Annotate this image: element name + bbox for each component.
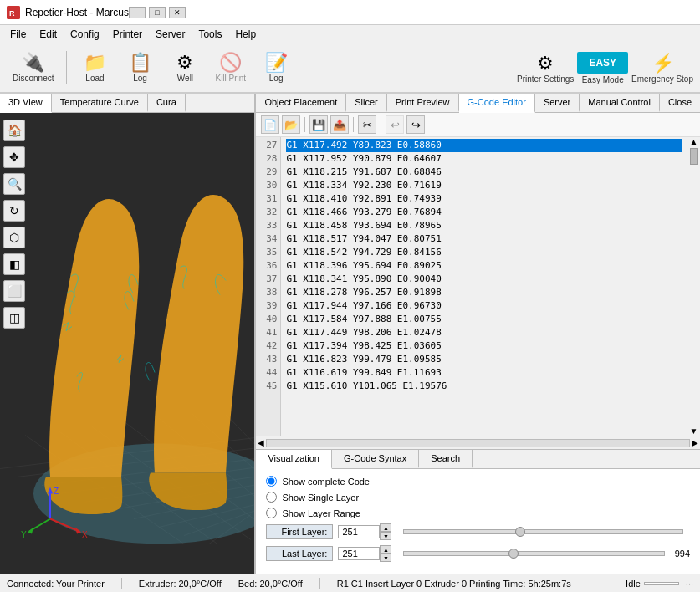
gcode-line[interactable]: G1 X118.542 Y94.729 E0.84156 (286, 246, 682, 259)
last-layer-row: Last Layer: ▲ ▼ 994 (266, 545, 690, 562)
last-layer-slider-track[interactable] (403, 551, 664, 556)
last-layer-down-button[interactable]: ▼ (380, 554, 391, 562)
gcode-line[interactable]: G1 X117.394 Y98.425 E1.03605 (286, 339, 682, 353)
idle-label: Idle (626, 579, 641, 589)
menu-config[interactable]: Config (64, 27, 106, 42)
gcode-line[interactable]: G1 X118.341 Y95.890 E0.90040 (286, 273, 682, 286)
gcode-line[interactable]: G1 X118.410 Y92.891 E0.74939 (286, 192, 682, 206)
menu-edit[interactable]: Edit (33, 27, 64, 42)
status-more-button[interactable]: ··· (686, 579, 693, 589)
gcode-line[interactable]: G1 X117.944 Y97.166 E0.96730 (286, 299, 682, 313)
tab-manual-control[interactable]: Manual Control (580, 94, 660, 112)
tab-temperature-curve[interactable]: Temperature Curve (52, 94, 148, 112)
log-button[interactable]: 📋 Log (119, 46, 161, 89)
well-button[interactable]: ⚙ Well (164, 46, 206, 89)
gcode-line[interactable]: G1 X117.492 Y89.823 E0.58860 (286, 139, 682, 152)
gcode-line[interactable]: G1 X118.517 Y94.047 E0.80751 (286, 232, 682, 246)
last-layer-slider-thumb[interactable] (508, 549, 519, 559)
kill-print-button[interactable]: 🚫 Kill Print (209, 46, 252, 89)
printer-settings-label: Printer Settings (517, 74, 574, 84)
hscroll-left-button[interactable]: ◀ (258, 438, 264, 447)
close-button[interactable]: ✕ (169, 7, 186, 18)
gcode-save-button[interactable]: 💾 (309, 115, 328, 134)
emergency-stop-button[interactable]: ⚡ Emergency Stop (631, 53, 693, 84)
show-complete-radio[interactable] (266, 476, 277, 487)
gcode-line[interactable]: G1 X115.610 Y101.065 E1.19576 (286, 380, 682, 393)
maximize-button[interactable]: □ (149, 7, 166, 18)
scroll-down-button[interactable]: ▼ (690, 426, 698, 436)
gcode-line[interactable]: G1 X118.458 Y93.694 E0.78965 (286, 219, 682, 232)
first-layer-down-button[interactable]: ▼ (380, 532, 391, 540)
gcode-undo-button[interactable]: ↩ (386, 115, 404, 134)
svg-text:R: R (9, 9, 15, 18)
gcode-redo-button[interactable]: ↪ (406, 115, 425, 134)
minimize-button[interactable]: ─ (129, 7, 146, 18)
gcode-line[interactable]: G1 X118.334 Y92.230 E0.71619 (286, 179, 682, 192)
load-label: Load (85, 74, 104, 83)
move-tool-button[interactable]: ✥ (3, 146, 25, 168)
log2-button[interactable]: 📝 Log (255, 46, 297, 89)
tab-print-preview[interactable]: Print Preview (387, 94, 459, 112)
show-range-radio[interactable] (266, 508, 277, 518)
tab-slicer[interactable]: Slicer (346, 94, 387, 112)
tab-search[interactable]: Search (419, 450, 473, 468)
menu-server[interactable]: Server (149, 27, 192, 42)
first-layer-up-button[interactable]: ▲ (380, 523, 391, 532)
gcode-export-button[interactable]: 📤 (330, 115, 349, 134)
tab-cura[interactable]: Cura (148, 94, 186, 112)
kill-print-icon: 🚫 (219, 54, 242, 72)
hscroll-right-button[interactable]: ▶ (692, 438, 698, 447)
menu-tools[interactable]: Tools (192, 27, 228, 42)
hscroll-track[interactable] (266, 439, 690, 447)
scroll-up-button[interactable]: ▲ (690, 137, 698, 146)
right-panel-tabs: Object Placement Slicer Print Preview G-… (256, 94, 700, 113)
easy-mode-button[interactable]: EASY Easy Mode (577, 52, 628, 84)
first-layer-slider-track[interactable] (403, 529, 683, 534)
gcode-vertical-scrollbar[interactable]: ▲ ▼ (687, 137, 700, 436)
gcode-text-area[interactable]: G1 X117.492 Y89.823 E0.58860G1 X117.952 … (281, 137, 687, 436)
scroll-thumb[interactable] (690, 148, 698, 165)
idle-progress-box (644, 582, 679, 585)
last-layer-spinner: ▲ ▼ (380, 545, 391, 562)
gcode-line[interactable]: G1 X118.278 Y96.257 E0.91898 (286, 286, 682, 299)
gcode-horizontal-scrollbar[interactable]: ◀ ▶ (256, 436, 700, 449)
tab-3d-view[interactable]: 3D View (0, 94, 52, 113)
tab-gcode-editor[interactable]: G-Code Editor (459, 94, 535, 113)
first-layer-slider-thumb[interactable] (515, 527, 525, 537)
gcode-open-button[interactable]: 📂 (282, 115, 300, 134)
front-view-button[interactable]: ◧ (3, 253, 25, 275)
gcode-line[interactable]: G1 X118.466 Y93.279 E0.76894 (286, 206, 682, 219)
kill-print-label: Kill Print (215, 74, 246, 83)
isometric-button[interactable]: ⬡ (3, 227, 25, 248)
tab-visualization[interactable]: Visualization (256, 450, 332, 469)
gcode-cut-button[interactable]: ✂ (358, 115, 376, 134)
menu-file[interactable]: File (3, 27, 33, 42)
close-tab-button[interactable]: Close (660, 94, 700, 112)
tab-gcode-syntax[interactable]: G-Code Syntax (332, 450, 419, 468)
side-view-button[interactable]: ◫ (3, 307, 25, 329)
first-layer-input[interactable] (338, 525, 380, 538)
last-layer-up-button[interactable]: ▲ (380, 545, 391, 554)
load-button[interactable]: 📁 Load (74, 46, 115, 89)
last-layer-input[interactable] (338, 547, 380, 560)
top-view-button[interactable]: ⬜ (3, 280, 25, 302)
menu-printer[interactable]: Printer (106, 27, 149, 42)
tab-object-placement[interactable]: Object Placement (256, 94, 346, 112)
gcode-line[interactable]: G1 X117.952 Y90.879 E0.64607 (286, 152, 682, 166)
disconnect-button[interactable]: 🔌 Disconnect (7, 46, 59, 89)
gcode-line[interactable]: G1 X118.215 Y91.687 E0.68846 (286, 166, 682, 179)
show-single-radio[interactable] (266, 492, 277, 503)
gcode-line[interactable]: G1 X118.396 Y95.694 E0.89025 (286, 259, 682, 273)
menu-help[interactable]: Help (228, 27, 263, 42)
gcode-line[interactable]: G1 X116.619 Y99.849 E1.11693 (286, 366, 682, 380)
rotate-button[interactable]: ↻ (3, 200, 25, 222)
gcode-line[interactable]: G1 X117.584 Y97.888 E1.00755 (286, 313, 682, 326)
tab-server[interactable]: Server (535, 94, 580, 112)
well-icon: ⚙ (176, 54, 193, 72)
gcode-line[interactable]: G1 X116.823 Y99.479 E1.09585 (286, 353, 682, 366)
zoom-in-button[interactable]: 🔍 (3, 173, 25, 195)
printer-settings-button[interactable]: ⚙ Printer Settings (517, 53, 574, 84)
home-view-button[interactable]: 🏠 (3, 120, 25, 141)
gcode-new-button[interactable]: 📄 (261, 115, 279, 134)
gcode-line[interactable]: G1 X117.449 Y98.206 E1.02478 (286, 326, 682, 339)
